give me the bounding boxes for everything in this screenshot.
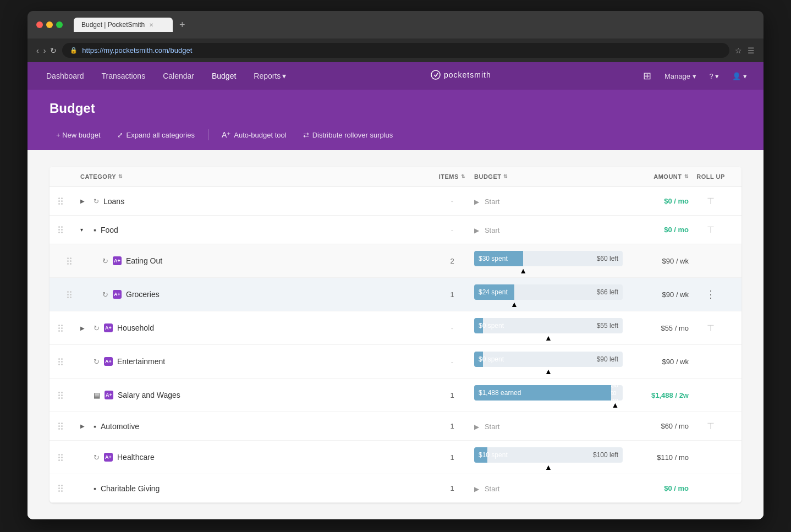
drag-handle[interactable] [67, 291, 89, 298]
start-button[interactable]: ▶ [474, 198, 479, 206]
drag-handle[interactable] [58, 485, 80, 492]
main-content: CATEGORY ⇅ ITEMS ⇅ BUDGET ⇅ AMOUNT ⇅ [28, 150, 763, 519]
minimize-button[interactable] [46, 21, 53, 28]
drag-handle[interactable] [58, 423, 80, 430]
traffic-lights [36, 21, 63, 28]
table-row: ▾ ▪ Food - ▶ Start $0 / mo ⊤ [50, 216, 741, 244]
category-name: Eating Out [126, 256, 162, 265]
forward-button[interactable]: › [43, 46, 46, 55]
progress-spent: $24 spent [474, 284, 514, 300]
nav-user[interactable]: 👤 ▾ [727, 69, 752, 84]
toolbar-divider [208, 129, 208, 140]
category-name: Food [101, 226, 118, 234]
table-header: CATEGORY ⇅ ITEMS ⇅ BUDGET ⇅ AMOUNT ⇅ [50, 167, 741, 187]
budget-col-header[interactable]: BUDGET ⇅ [474, 173, 623, 180]
tab-close-button[interactable]: ✕ [149, 22, 153, 28]
progress-marker: ▲ [510, 300, 518, 309]
page-toolbar: + New budget ⤢ Expand all categories A⁺ … [28, 127, 763, 150]
category-name: Salary and Wages [118, 391, 180, 399]
address-bar: ‹ › ↻ 🔒 https://my.pocketsmith.com/budge… [28, 39, 763, 62]
ai-badge: A+ [104, 453, 113, 462]
nav-manage[interactable]: Manage ▾ [659, 69, 702, 84]
start-button[interactable]: ▶ [474, 423, 479, 431]
browser-menu-icon[interactable]: ☰ [748, 46, 755, 55]
table-row: ▶ ▤ A+ Salary and Wages 1 $1,488 earned … [50, 379, 741, 412]
category-cell: ▶ ↻ Loans [80, 197, 430, 206]
amount-col-header[interactable]: AMOUNT ⇅ [623, 173, 689, 180]
url-bar[interactable]: 🔒 https://my.pocketsmith.com/budget [62, 43, 729, 58]
more-options-icon[interactable]: ⋮ [706, 288, 716, 300]
nav-dashboard[interactable]: Dashboard [39, 67, 92, 85]
table-row: ▶ ↻ Loans - ▶ Start $0 / mo ⊤ [50, 187, 741, 216]
new-budget-button[interactable]: + New budget [50, 128, 107, 142]
category-name: Healthcare [117, 453, 155, 462]
nav-right-controls: ⊞ Manage ▾ ? ▾ 👤 ▾ [638, 67, 752, 85]
progress-spent: $1,488 earned [474, 385, 611, 401]
amount-cell: $110 / mo [623, 453, 689, 462]
rollup-cell: ⊤ [689, 323, 733, 333]
budget-cell: $24 spent $66 left ▲ [474, 284, 623, 304]
nav-transactions[interactable]: Transactions [94, 67, 153, 85]
rollup-cell: ⋮ [689, 288, 733, 300]
category-cell: ▶ ↻ A+ Entertainment [80, 357, 430, 366]
rollup-pin-icon[interactable]: ⊤ [707, 196, 715, 206]
auto-budget-button[interactable]: A⁺ Auto-budget tool [215, 127, 293, 142]
category-col-header[interactable]: CATEGORY ⇅ [80, 173, 430, 180]
nav-grid-icon[interactable]: ⊞ [638, 67, 657, 85]
nav-budget[interactable]: Budget [204, 67, 244, 85]
rollup-pin-icon[interactable]: ⊤ [707, 224, 715, 235]
ai-badge: A+ [104, 323, 113, 332]
expand-button[interactable]: ▶ [80, 325, 89, 331]
progress-remaining: $60 left [523, 255, 623, 262]
amount-cell: $90 / wk [623, 257, 689, 265]
budget-sort-icon: ⇅ [503, 174, 508, 179]
nav-calendar[interactable]: Calendar [155, 67, 202, 85]
expand-button[interactable]: ▶ [80, 198, 89, 204]
back-button[interactable]: ‹ [36, 46, 39, 55]
ai-badge: A+ [104, 357, 113, 366]
progress-spent: $30 spent [474, 251, 523, 266]
drag-handle[interactable] [58, 226, 80, 233]
nav-help[interactable]: ? ▾ [704, 69, 725, 84]
refresh-button[interactable]: ↻ [50, 46, 57, 55]
expand-button[interactable]: ▶ [80, 423, 89, 429]
close-button[interactable] [36, 21, 43, 28]
active-tab[interactable]: Budget | PocketSmith ✕ [74, 18, 173, 32]
amount-cell: $0 / mo [623, 197, 689, 205]
rollup-pin-icon[interactable]: ⊤ [707, 323, 715, 333]
items-cell: 1 [430, 391, 474, 399]
budget-cell: ▶ Start [474, 197, 623, 206]
drag-handle[interactable] [58, 392, 80, 399]
maximize-button[interactable] [56, 21, 63, 28]
drag-handle[interactable] [58, 325, 80, 332]
start-button[interactable]: ▶ [474, 227, 479, 234]
budget-cell: ▶ Start [474, 226, 623, 234]
browser-nav-buttons: ‹ › ↻ [36, 46, 57, 55]
nav-reports[interactable]: CATEGORY Reports ▾ [246, 67, 294, 85]
start-button[interactable]: ▶ [474, 485, 479, 493]
auto-budget-icon: A⁺ [222, 130, 230, 139]
table-row: ▶ ↻ A+ Eating Out 2 $30 spent $60 left [50, 244, 741, 278]
distribute-rollover-button[interactable]: ⇄ Distribute rollover surplus [296, 128, 400, 142]
expand-all-button[interactable]: ⤢ Expand all categories [111, 128, 201, 142]
table-icon: ▤ [94, 391, 100, 399]
amount-cell: $0 / mo [623, 484, 689, 492]
progress-remaining: $66 left [514, 288, 623, 296]
category-cell: ▶ ↻ A+ Groceries [89, 290, 430, 299]
rollup-pin-icon[interactable]: ⊤ [707, 421, 715, 431]
drag-handle[interactable] [58, 358, 80, 365]
expand-button[interactable]: ▾ [80, 227, 89, 233]
items-cell: - [430, 324, 474, 332]
sync-icon: ↻ [94, 324, 100, 332]
bookmark-icon[interactable]: ☆ [735, 46, 742, 55]
rollup-cell: ⊤ [689, 196, 733, 206]
items-col-header[interactable]: ITEMS ⇅ [430, 173, 474, 180]
drag-handle[interactable] [58, 454, 80, 461]
new-tab-button[interactable]: + [175, 19, 190, 31]
main-nav: Dashboard Transactions Calendar Budget C… [28, 62, 763, 90]
start-label: Start [485, 485, 499, 493]
drag-handle[interactable] [67, 257, 89, 265]
drag-handle[interactable] [58, 198, 80, 205]
progress-marker: ▲ [545, 367, 552, 376]
rollup-col-header[interactable]: ROLL UP [689, 173, 733, 180]
